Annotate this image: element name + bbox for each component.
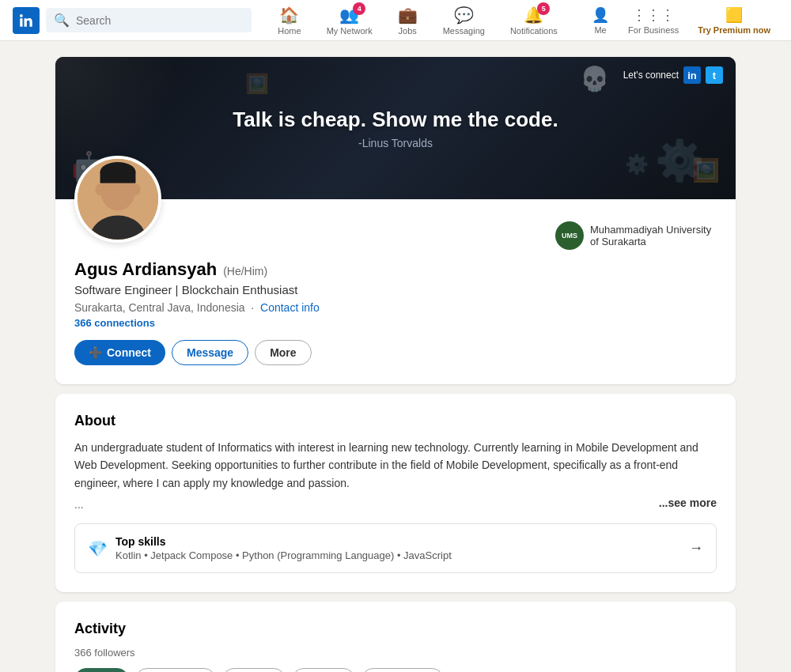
arrow-right-icon: → bbox=[689, 540, 703, 557]
profile-pronouns: (He/Him) bbox=[223, 265, 267, 277]
top-skills-left: 💎 Top skills Kotlin • Jetpack Compose • … bbox=[88, 535, 452, 561]
profile-details: Agus Ardiansyah (He/Him) Software Engine… bbox=[74, 259, 717, 365]
profile-name-row: Agus Ardiansyah (He/Him) bbox=[74, 259, 717, 280]
search-bar[interactable]: 🔍 bbox=[46, 8, 252, 32]
see-more-link[interactable]: ...see more bbox=[659, 496, 717, 509]
network-icon: 👥 4 bbox=[339, 6, 359, 25]
profile-location: Surakarta, Central Java, Indonesia · Con… bbox=[74, 301, 717, 314]
about-ellipsis: ... bbox=[74, 498, 84, 511]
search-input[interactable] bbox=[76, 14, 244, 27]
about-text: An undergraduate student of Informatics … bbox=[74, 439, 717, 492]
profile-headline: Software Engineer | Blockchain Enthusias… bbox=[74, 283, 717, 296]
cover-image-icon-tl: 🖼️ bbox=[245, 73, 269, 95]
avatar-placeholder bbox=[78, 159, 158, 240]
main-content: 🖼️ 💀 ⚙️ ⚙️ 🖼️ 🤖 Let's connect in t Talk … bbox=[47, 57, 744, 672]
profile-card: 🖼️ 💀 ⚙️ ⚙️ 🖼️ 🤖 Let's connect in t Talk … bbox=[55, 57, 736, 384]
profile-actions: ➕ Connect Message More bbox=[74, 340, 717, 365]
nav-me[interactable]: 👤 Me bbox=[584, 2, 617, 40]
top-skills-title: Top skills bbox=[115, 535, 452, 548]
profile-info-section: UMS Muhammadiyah University of Surakarta… bbox=[55, 199, 736, 384]
home-badge: 4 bbox=[353, 2, 365, 15]
cover-image-icon-br: 🖼️ bbox=[692, 157, 720, 183]
nav-notifications[interactable]: 🔔 5 Notifications bbox=[499, 1, 569, 40]
tab-posts[interactable]: Posts bbox=[74, 668, 129, 672]
grid-icon: ⋮⋮⋮ bbox=[632, 6, 675, 24]
university-logo: UMS bbox=[555, 221, 584, 250]
nav-network[interactable]: 👥 4 My Network bbox=[316, 1, 384, 40]
navbar: 🔍 🏠 Home 👥 4 My Network 💼 Jobs 💬 Messagi… bbox=[0, 0, 791, 41]
notifications-icon: 🔔 5 bbox=[524, 6, 543, 25]
profile-name: Agus Ardiansyah bbox=[74, 259, 217, 280]
svg-point-6 bbox=[95, 184, 103, 195]
contact-info-link[interactable]: Contact info bbox=[260, 301, 320, 314]
nav-right: 👤 Me ⋮⋮⋮ For Business 🟨 Try Premium now bbox=[584, 2, 778, 40]
profile-university: UMS Muhammadiyah University of Surakarta bbox=[555, 221, 717, 250]
about-title: About bbox=[74, 413, 717, 429]
twitter-connect-icon: t bbox=[706, 66, 723, 84]
tab-comments[interactable]: Comments bbox=[135, 668, 216, 672]
nav-home[interactable]: 🏠 Home bbox=[267, 1, 312, 40]
tab-articles[interactable]: Articles bbox=[292, 668, 355, 672]
message-button[interactable]: Message bbox=[172, 340, 248, 365]
activity-title: Activity bbox=[74, 621, 717, 637]
linkedin-connect-icon: in bbox=[683, 66, 701, 84]
more-button[interactable]: More bbox=[255, 340, 311, 365]
about-card: About An undergraduate student of Inform… bbox=[55, 394, 736, 592]
notifications-badge: 5 bbox=[537, 2, 550, 15]
connect-button[interactable]: ➕ Connect bbox=[74, 340, 165, 365]
activity-tabs: Posts Comments Images Articles Documents bbox=[74, 668, 717, 672]
avatar bbox=[74, 156, 161, 243]
cover-text-area: Talk is cheap. Show me the code. -Linus … bbox=[233, 108, 558, 149]
messaging-icon: 💬 bbox=[454, 6, 474, 25]
profile-connections: 366 connections bbox=[74, 317, 717, 329]
nav-center: 🏠 Home 👥 4 My Network 💼 Jobs 💬 Messaging… bbox=[258, 1, 577, 40]
nav-messaging[interactable]: 💬 Messaging bbox=[432, 1, 496, 40]
cover-gear-small-icon: ⚙️ bbox=[625, 153, 649, 176]
svg-point-7 bbox=[132, 184, 140, 195]
premium-icon: 🟨 bbox=[725, 6, 743, 24]
svg-rect-5 bbox=[100, 172, 136, 183]
nav-try-premium[interactable]: 🟨 Try Premium now bbox=[690, 2, 778, 40]
cover-photo: 🖼️ 💀 ⚙️ ⚙️ 🖼️ 🤖 Let's connect in t Talk … bbox=[55, 57, 736, 199]
me-avatar-icon: 👤 bbox=[592, 6, 609, 24]
home-icon: 🏠 bbox=[279, 6, 299, 25]
nav-jobs[interactable]: 💼 Jobs bbox=[387, 1, 429, 40]
tab-images[interactable]: Images bbox=[222, 668, 286, 672]
nav-for-business[interactable]: ⋮⋮⋮ For Business bbox=[620, 2, 687, 40]
activity-card: Activity 366 followers Posts Comments Im… bbox=[55, 602, 736, 672]
activity-followers: 366 followers bbox=[74, 647, 717, 659]
search-icon: 🔍 bbox=[54, 13, 70, 28]
diamond-icon: 💎 bbox=[88, 539, 108, 558]
top-skills-box[interactable]: 💎 Top skills Kotlin • Jetpack Compose • … bbox=[74, 523, 717, 573]
top-skills-list: Kotlin • Jetpack Compose • Python (Progr… bbox=[115, 549, 452, 561]
tab-documents[interactable]: Documents bbox=[361, 668, 445, 672]
cover-skull-icon: 💀 bbox=[580, 65, 609, 92]
connect-plus-icon: ➕ bbox=[89, 346, 102, 359]
linkedin-logo[interactable] bbox=[13, 7, 40, 34]
jobs-icon: 💼 bbox=[398, 6, 418, 25]
cover-connect-badge: Let's connect in t bbox=[623, 66, 723, 84]
